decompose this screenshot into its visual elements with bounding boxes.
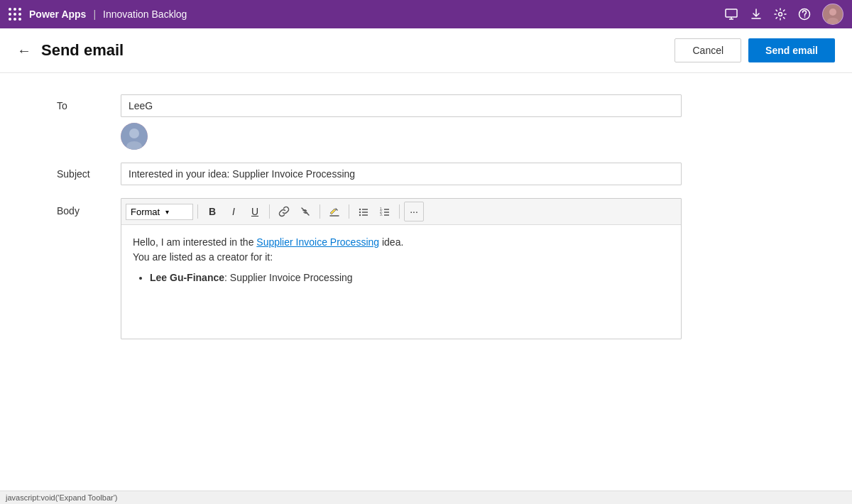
subject-row: Subject	[57, 163, 795, 185]
to-row: To	[57, 94, 795, 150]
topbar-right-actions	[724, 4, 843, 25]
topbar: Power Apps | Innovation Backlog	[0, 0, 852, 28]
unordered-list-button[interactable]	[354, 202, 373, 221]
format-dropdown[interactable]: Format ▾	[126, 204, 193, 220]
toolbar-sep-4	[349, 204, 349, 219]
user-avatar[interactable]	[822, 4, 843, 25]
more-toolbar-button[interactable]: ···	[404, 202, 424, 221]
download-icon[interactable]	[750, 8, 763, 21]
topbar-separator: |	[93, 9, 96, 20]
app-name: Power Apps	[29, 9, 86, 20]
body-text-pre: Hello, I am interested in the	[133, 236, 256, 248]
unlink-button[interactable]	[295, 202, 315, 221]
svg-rect-0	[726, 9, 737, 17]
editor-content[interactable]: Hello, I am interested in the Supplier I…	[121, 225, 681, 339]
body-text-post: idea.	[379, 236, 403, 248]
subject-field-container	[121, 163, 682, 185]
screen-icon[interactable]	[724, 7, 738, 21]
italic-button[interactable]: I	[224, 202, 244, 221]
body-list: Lee Gu-Finance: Supplier Invoice Process…	[150, 270, 670, 285]
statusbar: javascript:void('Expand Toolbar')	[0, 491, 852, 504]
bold-button[interactable]: B	[202, 202, 222, 221]
toolbar-sep-2	[269, 204, 270, 219]
svg-point-7	[829, 9, 836, 16]
settings-icon[interactable]	[774, 8, 787, 21]
toolbar-sep-3	[320, 204, 320, 219]
subject-input[interactable]	[121, 163, 682, 185]
body-field-container: Format ▾ B I U	[121, 198, 682, 339]
body-line1: Hello, I am interested in the Supplier I…	[133, 235, 670, 250]
link-button[interactable]	[274, 202, 294, 221]
page-header: ← Send email Cancel Send email	[0, 28, 852, 73]
body-row: Body Format ▾ B I U	[57, 198, 795, 339]
page-title: Send email	[41, 41, 674, 60]
body-list-item-bold: Lee Gu-Finance	[150, 272, 224, 283]
send-email-button[interactable]: Send email	[748, 38, 835, 62]
toolbar-sep-5	[399, 204, 400, 219]
help-icon[interactable]	[798, 8, 811, 21]
svg-point-14	[359, 212, 361, 213]
ordered-list-button[interactable]: 1. 2. 3.	[375, 202, 395, 221]
form-area: To Subject Body	[0, 73, 852, 373]
to-input[interactable]	[121, 94, 682, 117]
to-label: To	[57, 94, 121, 111]
body-label: Body	[57, 198, 121, 217]
to-field-container	[121, 94, 682, 150]
header-actions: Cancel Send email	[674, 38, 835, 62]
body-link[interactable]: Supplier Invoice Processing	[256, 236, 379, 248]
underline-button[interactable]: U	[245, 202, 265, 221]
format-label: Format	[131, 207, 160, 217]
body-line2: You are listed as a creator for it:	[133, 250, 670, 265]
toolbar-sep-1	[197, 204, 198, 219]
apps-grid-icon[interactable]	[9, 8, 22, 21]
back-button[interactable]: ←	[17, 43, 31, 59]
statusbar-text: javascript:void('Expand Toolbar')	[6, 493, 117, 502]
svg-point-10	[129, 128, 139, 138]
body-editor: Format ▾ B I U	[121, 198, 682, 339]
subject-label: Subject	[57, 163, 121, 180]
editor-toolbar: Format ▾ B I U	[121, 199, 681, 225]
recipient-avatar	[121, 123, 148, 150]
svg-point-13	[359, 209, 361, 210]
body-list-item-rest: : Supplier Invoice Processing	[224, 272, 353, 283]
svg-point-15	[359, 214, 361, 216]
svg-point-3	[779, 13, 782, 16]
body-list-item: Lee Gu-Finance: Supplier Invoice Process…	[150, 270, 670, 285]
highlight-button[interactable]	[324, 202, 344, 221]
format-arrow: ▾	[165, 208, 169, 216]
project-name: Innovation Backlog	[103, 9, 187, 20]
svg-point-5	[804, 16, 806, 18]
cancel-button[interactable]: Cancel	[674, 38, 741, 62]
svg-text:3.: 3.	[380, 212, 383, 217]
